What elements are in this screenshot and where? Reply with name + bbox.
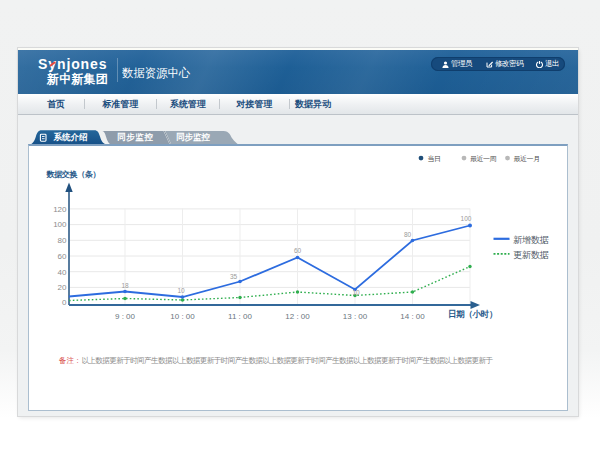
- svg-text:最近一月: 最近一月: [514, 154, 541, 162]
- svg-text:以上数据更新于时间产生数据以上数据更新于时间产生数据以上数据: 以上数据更新于时间产生数据以上数据更新于时间产生数据以上数据更新于时间产生数据以…: [81, 355, 493, 364]
- svg-text:同步监控: 同步监控: [176, 132, 211, 142]
- svg-text:35: 35: [230, 272, 238, 279]
- svg-text:10: 10: [352, 288, 360, 295]
- svg-text:当日: 当日: [428, 154, 442, 162]
- svg-text:0: 0: [62, 298, 67, 307]
- svg-text:14 : 00: 14 : 00: [400, 312, 425, 321]
- svg-text:备注：: 备注：: [59, 355, 81, 364]
- svg-text:更新数据: 更新数据: [513, 249, 548, 259]
- svg-text:最近一周: 最近一周: [470, 154, 497, 161]
- svg-text:18: 18: [121, 282, 129, 289]
- svg-text:100: 100: [461, 215, 472, 222]
- svg-text:9 : 00: 9 : 00: [115, 312, 136, 321]
- svg-text:10: 10: [177, 287, 185, 294]
- svg-text:20: 20: [58, 283, 67, 292]
- svg-text:11 : 00: 11 : 00: [228, 312, 252, 321]
- svg-text:80: 80: [404, 230, 412, 237]
- svg-text:120: 120: [53, 204, 67, 213]
- svg-text:40: 40: [58, 267, 67, 276]
- svg-text:12 : 00: 12 : 00: [285, 312, 310, 321]
- svg-text:60: 60: [294, 246, 302, 253]
- svg-text:10 : 00: 10 : 00: [170, 312, 195, 321]
- svg-text:同步监控: 同步监控: [117, 132, 154, 142]
- svg-text:60: 60: [58, 251, 67, 260]
- svg-text:新增数据: 新增数据: [513, 234, 548, 244]
- svg-text:日期（小时）: 日期（小时）: [448, 309, 498, 319]
- svg-text:系统介绍: 系统介绍: [53, 132, 89, 142]
- svg-text:80: 80: [58, 236, 67, 245]
- svg-text:100: 100: [53, 220, 67, 229]
- svg-text:13 : 00: 13 : 00: [343, 312, 368, 321]
- svg-text:数据交换（条）: 数据交换（条）: [46, 170, 101, 179]
